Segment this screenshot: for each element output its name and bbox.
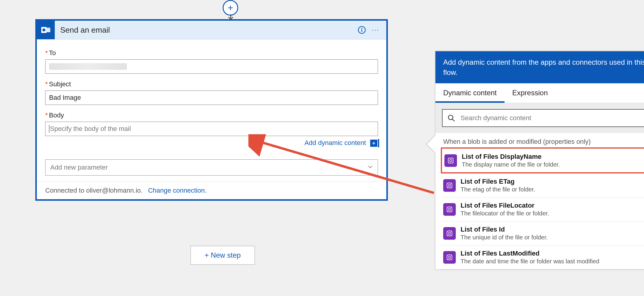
item-description: The date and time the file or folder was…: [461, 258, 599, 265]
card-header[interactable]: Send an email ···: [37, 21, 386, 40]
item-title: List of Files ETag: [461, 178, 535, 185]
item-title: List of Files Id: [461, 226, 548, 233]
svg-point-11: [448, 184, 450, 186]
blob-property-icon: [443, 251, 456, 264]
svg-rect-5: [362, 29, 362, 32]
panel-header: Add dynamic content from the apps and co…: [435, 51, 644, 83]
blob-property-icon: [443, 227, 456, 240]
subject-input[interactable]: Bad Image: [45, 90, 378, 105]
blob-property-icon: [443, 203, 456, 216]
dynamic-content-item[interactable]: List of Files IdThe unique id of the fil…: [441, 221, 644, 245]
blob-property-icon: [444, 154, 457, 167]
outlook-icon: [37, 21, 55, 39]
tab-expression[interactable]: Expression: [505, 83, 556, 103]
text-cursor: [49, 125, 49, 133]
dynamic-content-item[interactable]: List of Files ETagThe etag of the file o…: [441, 173, 644, 197]
svg-rect-12: [447, 207, 452, 212]
item-description: The display name of the file or folder.: [462, 161, 560, 168]
tab-dynamic-content[interactable]: Dynamic content: [435, 83, 505, 103]
dynamic-content-item[interactable]: List of Files DisplayNameThe display nam…: [441, 147, 644, 173]
more-menu-icon[interactable]: ···: [370, 25, 381, 35]
svg-rect-16: [447, 255, 452, 260]
svg-point-1: [42, 28, 45, 31]
subject-value: Bad Image: [49, 94, 81, 102]
svg-rect-10: [447, 183, 452, 188]
section-title: When a blob is added or modified (proper…: [443, 138, 591, 146]
item-description: The unique id of the file or folder.: [461, 234, 548, 241]
plus-icon: +: [228, 2, 233, 13]
item-description: The etag of the file or folder.: [461, 186, 535, 193]
svg-point-15: [448, 232, 450, 234]
item-description: The filelocator of the file or folder.: [461, 210, 549, 217]
blob-property-icon: [443, 179, 456, 192]
new-step-label: + New step: [205, 251, 241, 259]
send-email-card: Send an email ··· *To *Subject Bad Image…: [35, 19, 388, 201]
svg-line-7: [452, 119, 455, 121]
add-new-parameter-dropdown[interactable]: Add new parameter: [45, 159, 378, 176]
item-title: List of Files FileLocator: [461, 202, 549, 209]
svg-point-6: [448, 115, 453, 120]
redacted-recipient: [49, 63, 127, 70]
search-input-field[interactable]: [460, 114, 644, 122]
add-dynamic-content-link[interactable]: Add dynamic content: [304, 139, 366, 147]
item-title: List of Files LastModified: [461, 250, 599, 257]
card-footer: Connected to oliver@lohmann.io. Change c…: [37, 182, 386, 199]
search-dynamic-content-input[interactable]: [442, 109, 644, 127]
info-icon[interactable]: [356, 25, 367, 35]
svg-rect-8: [448, 158, 453, 163]
svg-rect-14: [447, 231, 452, 236]
new-step-button[interactable]: + New step: [190, 246, 255, 265]
svg-point-4: [361, 28, 362, 29]
add-action-button[interactable]: +: [223, 0, 238, 16]
body-label: *Body: [45, 111, 378, 119]
subject-label: *Subject: [45, 80, 378, 88]
body-placeholder: Specify the body of the mail: [50, 125, 131, 133]
panel-header-message: Add dynamic content from the apps and co…: [443, 57, 644, 77]
svg-point-9: [449, 159, 452, 161]
chevron-down-icon: [367, 164, 373, 171]
body-input[interactable]: Specify the body of the mail: [45, 122, 378, 136]
connection-status: Connected to oliver@lohmann.io.: [45, 187, 143, 194]
item-title: List of Files DisplayName: [462, 153, 560, 161]
card-title: Send an email: [55, 25, 353, 35]
dynamic-content-item[interactable]: List of Files FileLocatorThe filelocator…: [441, 197, 644, 221]
change-connection-link[interactable]: Change connection.: [148, 187, 207, 194]
svg-point-17: [448, 256, 450, 258]
to-input[interactable]: [45, 59, 378, 74]
search-icon: [447, 114, 455, 122]
dynamic-content-panel: Add dynamic content from the apps and co…: [435, 51, 644, 270]
add-parameter-label: Add new parameter: [50, 164, 108, 171]
add-dynamic-plus-icon[interactable]: +: [370, 139, 378, 147]
dynamic-content-item[interactable]: List of Files LastModifiedThe date and t…: [441, 245, 644, 269]
to-label: *To: [45, 49, 378, 57]
svg-point-13: [448, 208, 450, 210]
